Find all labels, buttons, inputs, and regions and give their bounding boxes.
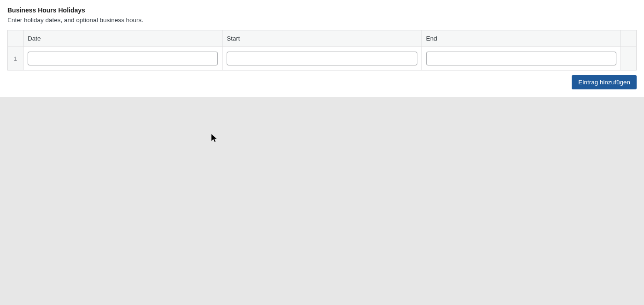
actions-row: Eintrag hinzufügen [7,75,637,89]
start-input[interactable] [227,52,417,65]
column-header-start: Start [222,30,422,47]
column-header-date: Date [23,30,222,47]
table-row: 1 [8,47,637,70]
business-hours-panel: Business Hours Holidays Enter holiday da… [0,0,644,97]
column-header-handle [8,30,23,47]
holiday-table: Date Start End 1 [7,30,637,70]
section-description: Enter holiday dates, and optional busine… [7,17,637,23]
date-input[interactable] [28,52,218,65]
column-header-action [621,30,637,47]
end-input[interactable] [426,52,616,65]
section-title: Business Hours Holidays [7,6,637,14]
row-action-cell[interactable] [621,47,637,70]
column-header-end: End [422,30,621,47]
background-area [0,97,644,305]
add-entry-button[interactable]: Eintrag hinzufügen [572,75,637,89]
row-index[interactable]: 1 [8,47,23,70]
